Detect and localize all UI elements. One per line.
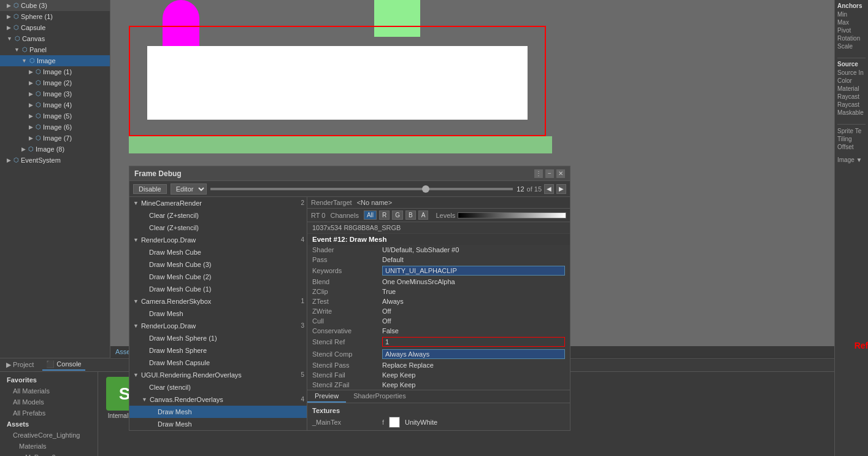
fd-tree-label: RenderLoop.Draw [141,234,196,245]
image-dropdown[interactable]: Image ▼ [837,156,866,164]
asset-tree-label: All Prefabs [13,408,45,418]
fd-bottom-tab-shaderproperties[interactable]: ShaderProperties [346,390,413,403]
fd-tree-item[interactable]: Draw Mesh Cube (3) [129,258,307,271]
fd-levels-label: Levels [436,212,455,219]
fd-prop-row: Stencil ZFail Keep Keep [307,380,570,390]
fd-prop-key: ZWrite [312,307,380,315]
asset-tree-item[interactable]: All Prefabs [0,408,98,419]
hierarchy-item[interactable]: ▶ ⬡ Image (3) [0,88,110,99]
white-rect [147,46,528,120]
anchors-rotation: Rotation [837,34,866,42]
hierarchy-item-label: Image (7) [43,133,72,143]
fd-tree-item[interactable]: Draw Mesh [129,406,307,418]
fd-tree-item[interactable]: Draw Mesh [129,307,307,320]
hierarchy-item[interactable]: ▶ ⬡ Image (2) [0,77,110,88]
asset-tree-item[interactable]: Assets [0,419,98,430]
fd-tree-label: Draw Mesh Cube (2) [149,271,211,282]
asset-tree-item[interactable]: CreativeCore_Lighting [0,430,98,441]
asset-tab-console[interactable]: ⬛ Console [42,359,85,371]
source-in: Source In [837,69,866,77]
asset-tree-label: Favorites [7,375,37,385]
fd-bottom-tab-preview[interactable]: Preview [307,390,346,403]
fd-tree-label: Clear (Z+stencil) [149,222,199,233]
fd-tree-item[interactable]: Draw Mesh Cube (2) [129,271,307,283]
fd-tree-item[interactable]: Clear (Z+stencil) [129,209,307,222]
fd-tree-item[interactable]: ▼ UGUI.Rendering.RenderOverlays 5 [129,369,307,381]
fd-tree-item[interactable]: ▼ Camera.RenderSkybox 1 [129,295,307,307]
fd-tree-count: 4 [301,234,304,245]
fd-tree-item[interactable]: ▼ Canvas.RenderOverlays 4 [129,393,307,406]
fd-tree-item[interactable]: Draw Mesh Sphere (1) [129,332,307,344]
hierarchy-item-label: Image [37,56,56,66]
fd-prev-btn[interactable]: ◀ [544,184,554,194]
obj-icon: ⬡ [22,45,28,55]
obj-icon: ⬡ [36,78,41,88]
hierarchy-item[interactable]: ▶ ⬡ Capsule [0,22,110,33]
asset-tree-item[interactable]: All Models [0,396,98,408]
fd-channel-b[interactable]: B [405,211,416,220]
fd-prop-row: ZClip True [307,287,570,296]
expand-arrow: ▶ [29,67,33,77]
fd-tree-item[interactable]: Draw Mesh Sphere [129,344,307,357]
hierarchy-item[interactable]: ▼ ⬡ Canvas [0,33,110,44]
asset-tree-item[interactable]: All Materials [0,385,98,396]
hierarchy-item[interactable]: ▶ ⬡ Image (5) [0,110,110,122]
fd-tree[interactable]: ▼ MineCameraRender 2 Clear (Z+stencil) C… [129,197,307,430]
fd-minimize-btn[interactable]: − [545,169,554,178]
fd-tree-label: Draw Mesh [158,406,192,417]
hierarchy-item-label: Image (6) [43,122,72,132]
hierarchy-item-label: EventSystem [21,155,61,165]
hierarchy-item[interactable]: ▶ ⬡ Sphere (1) [0,11,110,22]
fd-tree-label: Draw Mesh [158,419,192,430]
fd-editor-dropdown[interactable]: Editor [171,184,207,195]
hierarchy-item[interactable]: ▼ ⬡ Panel [0,44,110,55]
fd-levels-bar[interactable] [458,212,566,218]
hierarchy-item[interactable]: ▶ ⬡ Image (6) [0,122,110,133]
fd-slider[interactable] [210,188,513,190]
hierarchy-item[interactable]: ▼ ⬡ Image [0,55,110,66]
asset-tree-item[interactable]: MyPrace0 [0,452,98,456]
fd-tree-label: Draw Mesh [149,308,183,319]
hierarchy-item[interactable]: ▶ ⬡ Image (8) [0,144,110,155]
fd-prop-val: 1 [382,337,565,347]
fd-next-btn[interactable]: ▶ [556,184,566,194]
fd-rt-val: <No name> [357,199,392,206]
fd-tree-item[interactable]: Draw Mesh Capsule [129,357,307,369]
fd-tree-item[interactable]: Draw Mesh Cube (1) [129,283,307,295]
fd-right-panel: RenderTarget <No name> RT 0ChannelsAllRG… [307,197,570,430]
fd-channel-g[interactable]: G [392,211,403,220]
fd-channel-all[interactable]: All [364,211,377,220]
obj-icon: ⬡ [28,144,34,154]
fd-prop-row: Shader UI/Default, SubShader #0 [307,245,570,255]
obj-icon: ⬡ [36,100,41,110]
fd-close-btn[interactable]: ✕ [556,169,565,178]
fd-of-label: of 15 [527,185,542,193]
fd-textures-section: Textures _MainTex f UnityWhite [307,403,570,430]
fd-tree-item[interactable]: ▼ MineCameraRender 2 [129,197,307,209]
fd-disable-btn[interactable]: Disable [133,184,167,194]
asset-tree-item[interactable]: Materials [0,441,98,452]
fd-tree-item[interactable]: Clear (Z+stencil) [129,222,307,234]
asset-tree[interactable]: Favorites All Materials All Models All P… [0,372,98,456]
fd-tree-item[interactable]: ▼ RenderLoop.Draw 3 [129,320,307,332]
fd-tree-item[interactable]: ▼ RenderLoop.Draw 4 [129,234,307,246]
fd-channel-a[interactable]: A [418,211,429,220]
asset-tree-item[interactable]: Favorites [0,374,98,385]
asset-tab-project[interactable]: ▶ Project [2,360,37,370]
hierarchy-item[interactable]: ▶ ⬡ Image (4) [0,99,110,110]
fd-tree-item[interactable]: Draw Mesh Cube [129,246,307,258]
expand-arrow: ▼ [21,56,27,66]
fd-prop-key: ZClip [312,288,380,295]
fd-tree-label: Camera.RenderSkybox [141,296,211,307]
hierarchy-item[interactable]: ▶ ⬡ EventSystem [0,155,110,166]
fd-prop-key: Stencil Pass [312,361,380,369]
hierarchy-item[interactable]: ▶ ⬡ Image (7) [0,133,110,144]
fd-menu-btn[interactable]: ⋮ [534,169,543,178]
hierarchy-item[interactable]: ▶ ⬡ Image (1) [0,66,110,77]
fd-tree-item[interactable]: Clear (stencil) [129,381,307,393]
fd-prop-val: Always Always [382,349,565,359]
fd-tree-item[interactable]: Draw Mesh [129,418,307,430]
fd-channel-r[interactable]: R [379,211,390,220]
sprite-section: Sprite Te Tiling Offset [837,127,866,151]
hierarchy-item[interactable]: ▶ ⬡ Cube (3) [0,0,110,11]
